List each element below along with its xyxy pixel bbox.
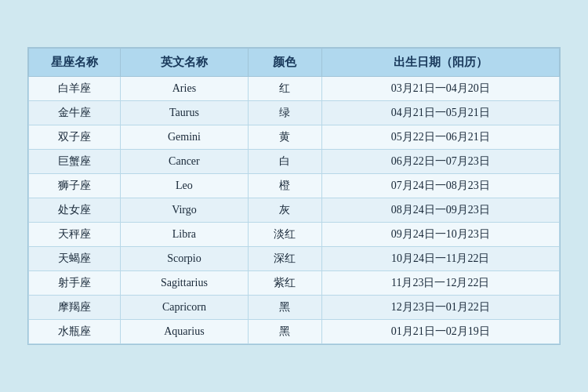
header-color: 颜色 xyxy=(249,49,321,77)
cell-english: Libra xyxy=(120,223,248,247)
cell-chinese: 摩羯座 xyxy=(29,296,121,320)
cell-english: Aries xyxy=(120,77,248,101)
cell-chinese: 狮子座 xyxy=(29,174,121,198)
table-header-row: 星座名称 英文名称 颜色 出生日期（阳历） xyxy=(29,49,560,77)
cell-chinese: 射手座 xyxy=(29,271,121,296)
cell-date: 03月21日一04月20日 xyxy=(321,77,560,101)
cell-date: 08月24日一09月23日 xyxy=(321,198,560,223)
cell-date: 04月21日一05月21日 xyxy=(321,101,560,125)
cell-date: 09月24日一10月23日 xyxy=(321,223,560,247)
table-row: 水瓶座Aquarius黑01月21日一02月19日 xyxy=(29,320,560,344)
cell-date: 11月23日一12月22日 xyxy=(321,271,560,296)
cell-english: Aquarius xyxy=(120,320,248,344)
cell-chinese: 水瓶座 xyxy=(29,320,121,344)
cell-color: 绿 xyxy=(249,101,321,125)
cell-color: 白 xyxy=(249,150,321,174)
table-row: 处女座Virgo灰08月24日一09月23日 xyxy=(29,198,560,223)
cell-date: 06月22日一07月23日 xyxy=(321,150,560,174)
cell-chinese: 双子座 xyxy=(29,125,121,150)
cell-english: Virgo xyxy=(120,198,248,223)
cell-color: 红 xyxy=(249,77,321,101)
cell-chinese: 巨蟹座 xyxy=(29,150,121,174)
cell-color: 灰 xyxy=(249,198,321,223)
cell-english: Gemini xyxy=(120,125,248,150)
header-date: 出生日期（阳历） xyxy=(321,49,560,77)
header-chinese: 星座名称 xyxy=(29,49,121,77)
cell-english: Scorpio xyxy=(120,247,248,271)
cell-date: 10月24日一11月22日 xyxy=(321,247,560,271)
table-row: 金牛座Taurus绿04月21日一05月21日 xyxy=(29,101,560,125)
cell-color: 橙 xyxy=(249,174,321,198)
cell-english: Sagittarius xyxy=(120,271,248,296)
cell-english: Taurus xyxy=(120,101,248,125)
table-row: 射手座Sagittarius紫红11月23日一12月22日 xyxy=(29,271,560,296)
cell-english: Leo xyxy=(120,174,248,198)
cell-date: 05月22日一06月21日 xyxy=(321,125,560,150)
table-row: 狮子座Leo橙07月24日一08月23日 xyxy=(29,174,560,198)
cell-color: 淡红 xyxy=(249,223,321,247)
cell-english: Capricorn xyxy=(120,296,248,320)
cell-color: 深红 xyxy=(249,247,321,271)
cell-chinese: 处女座 xyxy=(29,198,121,223)
table-row: 双子座Gemini黄05月22日一06月21日 xyxy=(29,125,560,150)
cell-chinese: 天秤座 xyxy=(29,223,121,247)
table-body: 白羊座Aries红03月21日一04月20日金牛座Taurus绿04月21日一0… xyxy=(29,77,560,344)
zodiac-table: 星座名称 英文名称 颜色 出生日期（阳历） 白羊座Aries红03月21日一04… xyxy=(28,48,560,344)
table-row: 巨蟹座Cancer白06月22日一07月23日 xyxy=(29,150,560,174)
zodiac-table-container: 星座名称 英文名称 颜色 出生日期（阳历） 白羊座Aries红03月21日一04… xyxy=(27,47,561,345)
cell-english: Cancer xyxy=(120,150,248,174)
cell-date: 07月24日一08月23日 xyxy=(321,174,560,198)
cell-date: 01月21日一02月19日 xyxy=(321,320,560,344)
cell-chinese: 白羊座 xyxy=(29,77,121,101)
cell-color: 紫红 xyxy=(249,271,321,296)
cell-color: 黑 xyxy=(249,296,321,320)
table-row: 天蝎座Scorpio深红10月24日一11月22日 xyxy=(29,247,560,271)
header-english: 英文名称 xyxy=(120,49,248,77)
cell-date: 12月23日一01月22日 xyxy=(321,296,560,320)
cell-color: 黄 xyxy=(249,125,321,150)
cell-chinese: 天蝎座 xyxy=(29,247,121,271)
cell-color: 黑 xyxy=(249,320,321,344)
table-row: 摩羯座Capricorn黑12月23日一01月22日 xyxy=(29,296,560,320)
table-row: 白羊座Aries红03月21日一04月20日 xyxy=(29,77,560,101)
table-row: 天秤座Libra淡红09月24日一10月23日 xyxy=(29,223,560,247)
cell-chinese: 金牛座 xyxy=(29,101,121,125)
